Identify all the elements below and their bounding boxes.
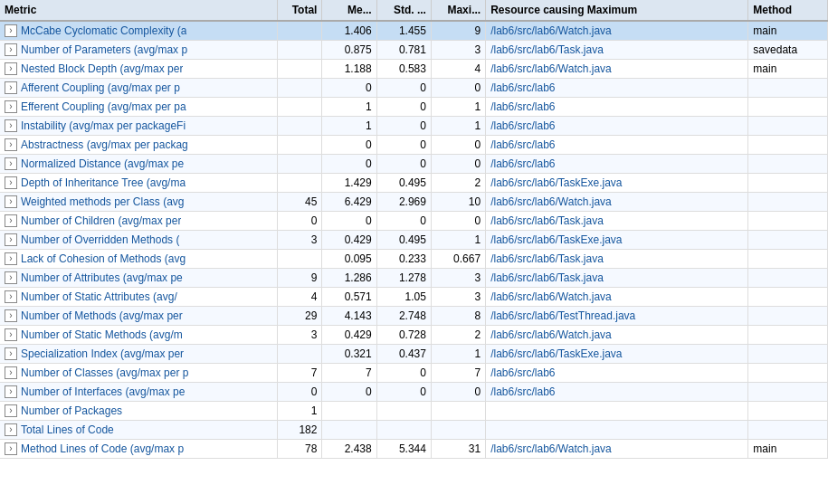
expand-icon[interactable]: › <box>5 214 17 227</box>
expand-icon[interactable]: › <box>5 442 17 455</box>
resource-link[interactable]: /lab6/src/lab6 <box>490 119 555 132</box>
expand-icon[interactable]: › <box>5 385 17 398</box>
me-cell: 0 <box>322 79 376 98</box>
expand-icon[interactable]: › <box>5 404 17 417</box>
metric-cell: ›Number of Classes (avg/max per p <box>0 364 278 383</box>
metric-label: Number of Parameters (avg/max p <box>21 43 187 56</box>
table-row[interactable]: ›Specialization Index (avg/max per0.3210… <box>0 345 828 364</box>
table-row[interactable]: ›Number of Methods (avg/max per294.1432.… <box>0 307 828 326</box>
table-row[interactable]: ›Lack of Cohesion of Methods (avg0.0950.… <box>0 250 828 269</box>
expand-icon[interactable]: › <box>5 271 17 284</box>
resource-link[interactable]: /lab6/src/lab6 <box>490 157 555 170</box>
std-cell: 0.233 <box>376 250 431 269</box>
expand-icon[interactable]: › <box>5 138 17 151</box>
expand-icon[interactable]: › <box>5 43 17 56</box>
expand-icon[interactable]: › <box>5 347 17 360</box>
total-cell: 182 <box>278 421 322 440</box>
resource-link[interactable]: /lab6/src/lab6 <box>490 81 555 94</box>
expand-icon[interactable]: › <box>5 252 17 265</box>
resource-link[interactable]: /lab6/src/lab6/Watch.java <box>490 62 612 75</box>
expand-icon[interactable]: › <box>5 328 17 341</box>
resource-link[interactable]: /lab6/src/lab6/Task.java <box>490 252 604 265</box>
resource-link[interactable]: /lab6/src/lab6 <box>490 138 555 151</box>
resource-link[interactable]: /lab6/src/lab6 <box>490 366 555 379</box>
expand-icon[interactable]: › <box>5 119 17 132</box>
me-cell: 0 <box>322 212 376 231</box>
resource-link[interactable]: /lab6/src/lab6/TaskExe.java <box>490 233 622 246</box>
table-row[interactable]: ›Number of Static Methods (avg/m30.4290.… <box>0 326 828 345</box>
resource-link[interactable]: /lab6/src/lab6/TaskExe.java <box>490 347 622 360</box>
metric-cell: ›Number of Children (avg/max per <box>0 212 278 231</box>
metric-cell: ›Number of Attributes (avg/max pe <box>0 269 278 288</box>
table-row[interactable]: ›Number of Attributes (avg/max pe91.2861… <box>0 269 828 288</box>
total-cell: 1 <box>278 402 322 421</box>
resource-link[interactable]: /lab6/src/lab6 <box>490 385 555 398</box>
table-row[interactable]: ›Method Lines of Code (avg/max p782.4385… <box>0 440 828 459</box>
table-row[interactable]: ›McCabe Cyclomatic Complexity (a1.4061.4… <box>0 21 828 41</box>
table-row[interactable]: ›Number of Children (avg/max per0000/lab… <box>0 212 828 231</box>
std-cell: 0 <box>376 155 431 174</box>
resource-link[interactable]: /lab6/src/lab6/TestThread.java <box>490 309 635 322</box>
expand-icon[interactable]: › <box>5 24 17 37</box>
expand-icon[interactable]: › <box>5 176 17 189</box>
table-row[interactable]: ›Number of Classes (avg/max per p7707/la… <box>0 364 828 383</box>
metric-label: Afferent Coupling (avg/max per p <box>21 81 180 94</box>
resource-link[interactable]: /lab6/src/lab6/Watch.java <box>490 24 612 37</box>
maxi-cell: 1 <box>431 117 485 136</box>
resource-link[interactable]: /lab6/src/lab6/Watch.java <box>490 195 612 208</box>
expand-icon[interactable]: › <box>5 290 17 303</box>
metric-label: Number of Static Attributes (avg/ <box>21 290 177 303</box>
metric-label: Number of Overridden Methods ( <box>21 233 179 246</box>
expand-icon[interactable]: › <box>5 423 17 436</box>
maxi-cell: 9 <box>431 21 485 41</box>
resource-link[interactable]: /lab6/src/lab6/Task.java <box>490 214 604 227</box>
std-cell: 0.781 <box>376 41 431 60</box>
expand-icon[interactable]: › <box>5 366 17 379</box>
table-row[interactable]: ›Depth of Inheritance Tree (avg/ma1.4290… <box>0 174 828 193</box>
expand-icon[interactable]: › <box>5 62 17 75</box>
resource-link[interactable]: /lab6/src/lab6/Watch.java <box>490 442 612 455</box>
table-row[interactable]: ›Abstractness (avg/max per packag000/lab… <box>0 136 828 155</box>
header-method: Method <box>748 0 828 21</box>
table-row[interactable]: ›Afferent Coupling (avg/max per p000/lab… <box>0 79 828 98</box>
expand-icon[interactable]: › <box>5 81 17 94</box>
maxi-cell <box>431 402 485 421</box>
me-cell: 0.429 <box>322 326 376 345</box>
table-row[interactable]: ›Number of Packages1 <box>0 402 828 421</box>
resource-link[interactable]: /lab6/src/lab6/Task.java <box>490 271 604 284</box>
method-cell <box>748 383 828 402</box>
expand-icon[interactable]: › <box>5 157 17 170</box>
expand-icon[interactable]: › <box>5 233 17 246</box>
me-cell: 0.875 <box>322 41 376 60</box>
metric-cell: ›Number of Overridden Methods ( <box>0 231 278 250</box>
maxi-cell: 0 <box>431 79 485 98</box>
table-row[interactable]: ›Weighted methods per Class (avg456.4292… <box>0 193 828 212</box>
table-row[interactable]: ›Normalized Distance (avg/max pe000/lab6… <box>0 155 828 174</box>
me-cell: 1.429 <box>322 174 376 193</box>
resource-cell: /lab6/src/lab6/TaskExe.java <box>486 345 748 364</box>
table-row[interactable]: ›Number of Parameters (avg/max p0.8750.7… <box>0 41 828 60</box>
metric-cell: ›Number of Static Attributes (avg/ <box>0 288 278 307</box>
resource-link[interactable]: /lab6/src/lab6/Task.java <box>490 43 604 56</box>
table-row[interactable]: ›Nested Block Depth (avg/max per1.1880.5… <box>0 60 828 79</box>
maxi-cell: 2 <box>431 326 485 345</box>
resource-link[interactable]: /lab6/src/lab6/Watch.java <box>490 328 612 341</box>
std-cell: 0 <box>376 383 431 402</box>
expand-icon[interactable]: › <box>5 100 17 113</box>
expand-icon[interactable]: › <box>5 309 17 322</box>
table-row[interactable]: ›Number of Interfaces (avg/max pe0000/la… <box>0 383 828 402</box>
expand-icon[interactable]: › <box>5 195 17 208</box>
table-row[interactable]: ›Number of Overridden Methods (30.4290.4… <box>0 231 828 250</box>
table-row[interactable]: ›Number of Static Attributes (avg/40.571… <box>0 288 828 307</box>
table-row[interactable]: ›Efferent Coupling (avg/max per pa101/la… <box>0 98 828 117</box>
resource-link[interactable]: /lab6/src/lab6/Watch.java <box>490 290 612 303</box>
method-cell <box>748 174 828 193</box>
resource-link[interactable]: /lab6/src/lab6 <box>490 100 555 113</box>
maxi-cell: 0 <box>431 383 485 402</box>
table-row[interactable]: ›Instability (avg/max per packageFi101/l… <box>0 117 828 136</box>
me-cell <box>322 421 376 440</box>
method-cell: savedata <box>748 41 828 60</box>
resource-link[interactable]: /lab6/src/lab6/TaskExe.java <box>490 176 622 189</box>
table-row[interactable]: ›Total Lines of Code182 <box>0 421 828 440</box>
std-cell: 1.05 <box>376 288 431 307</box>
